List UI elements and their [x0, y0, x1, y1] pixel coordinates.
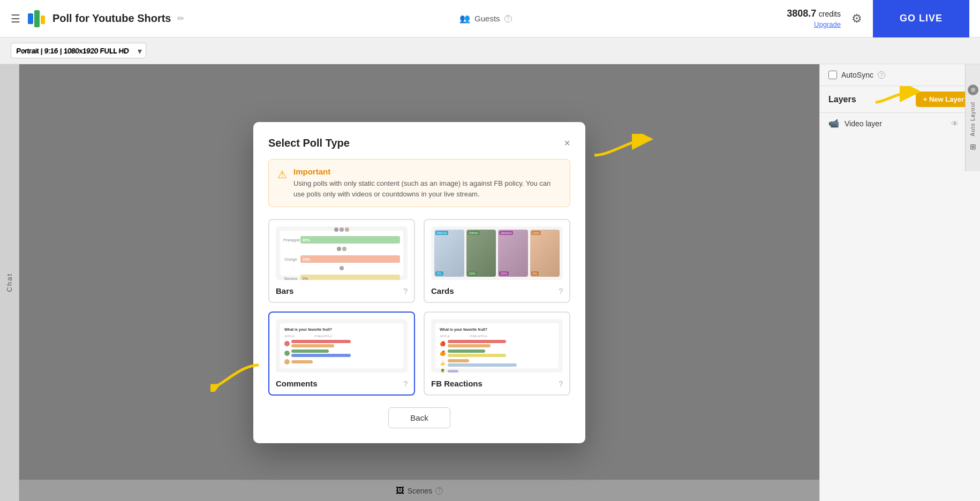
- autosync-row: AutoSync ?: [820, 64, 980, 86]
- header-left: ☰ Poll for Youtube Shorts ✏: [11, 9, 184, 28]
- layers-header: Layers + New Layer: [820, 86, 980, 112]
- settings-icon[interactable]: ⚙: [851, 12, 862, 26]
- guests-icon: 👥: [459, 13, 470, 24]
- warning-icon: ⚠: [277, 168, 287, 199]
- fb-reactions-preview: What is your favorite fruit? APPLE PINEA…: [431, 319, 563, 373]
- svg-rect-0: [28, 13, 33, 24]
- comments-footer: Comments ?: [276, 379, 408, 388]
- video-layer-row: 📹 Video layer 👁 ⋮: [820, 112, 980, 134]
- layer-visibility-icon[interactable]: 👁: [951, 119, 959, 128]
- svg-rect-2: [41, 16, 45, 24]
- autosync-checkbox[interactable]: [828, 71, 837, 79]
- app-title: Poll for Youtube Shorts: [52, 12, 171, 25]
- bars-preview: Apple 0% Pineapple 80%: [276, 226, 408, 280]
- credits-section: 3808.7 credits Upgrade: [787, 8, 841, 29]
- header-right: 3808.7 credits Upgrade ⚙ GO LIVE: [787, 0, 969, 37]
- credits-label: credits: [819, 10, 841, 18]
- resolution-wrapper: Portrait | 9:16 | 1080x1920 FULL HD Port…: [11, 43, 146, 58]
- comments-label: Comments: [276, 379, 318, 388]
- credits-amount: 3808.7: [787, 8, 816, 19]
- go-live-button[interactable]: GO LIVE: [873, 0, 969, 37]
- comments-question: What is your favorite fruit?: [284, 328, 399, 331]
- auto-layout-label: Auto Layout: [970, 102, 976, 136]
- select-poll-type-modal: Select Poll Type × ⚠ Important Using pol…: [253, 122, 585, 443]
- new-layer-button[interactable]: + New Layer: [916, 92, 971, 107]
- auto-layout-grid-icon[interactable]: ⊞: [970, 142, 976, 151]
- comments-help-icon[interactable]: ?: [403, 379, 408, 388]
- credits-display: 3808.7 credits: [787, 8, 841, 19]
- chat-panel[interactable]: Chat: [0, 64, 19, 501]
- upgrade-link[interactable]: Upgrade: [814, 20, 841, 28]
- video-layer-icon: 📹: [828, 118, 839, 128]
- important-title: Important: [293, 167, 561, 176]
- guests-help-icon[interactable]: ?: [504, 15, 512, 22]
- fb-reactions-help-icon[interactable]: ?: [559, 379, 563, 388]
- fb-reactions-footer: FB Reactions ?: [431, 379, 563, 388]
- new-layer-wrapper: + New Layer: [916, 92, 971, 107]
- header-center: 👥 Guests ?: [459, 13, 512, 24]
- important-notice: ⚠ Important Using polls with only static…: [268, 159, 570, 207]
- modal-overlay: Select Poll Type × ⚠ Important Using pol…: [19, 64, 819, 501]
- bars-footer: Bars ?: [276, 286, 408, 295]
- modal-footer: Back: [268, 407, 570, 428]
- poll-option-fb-reactions[interactable]: What is your favorite fruit? APPLE PINEA…: [424, 312, 570, 396]
- modal-close-button[interactable]: ×: [564, 137, 570, 149]
- canvas-area: Select Poll Type × ⚠ Important Using pol…: [19, 64, 819, 501]
- video-layer-label: Video layer: [845, 119, 946, 128]
- auto-layout-panel: ⊞ Auto Layout ⊞: [965, 64, 980, 171]
- chat-label: Chat: [5, 273, 13, 292]
- layers-title: Layers: [828, 95, 856, 104]
- autosync-label: AutoSync: [841, 71, 873, 79]
- modal-header: Select Poll Type ×: [268, 137, 570, 149]
- cards-label: Cards: [431, 286, 454, 295]
- poll-option-bars[interactable]: Apple 0% Pineapple 80%: [268, 219, 415, 303]
- back-button[interactable]: Back: [388, 407, 450, 428]
- autosync-help-icon[interactable]: ?: [878, 71, 885, 79]
- poll-option-cards[interactable]: Marcel 0% Adrian 10%: [424, 219, 570, 303]
- cards-preview: Marcel 0% Adrian 10%: [431, 226, 563, 280]
- fb-question: What is your favorite fruit?: [440, 328, 554, 331]
- hamburger-menu-icon[interactable]: ☰: [11, 12, 20, 25]
- bars-help-icon[interactable]: ?: [403, 287, 408, 295]
- cards-help-icon[interactable]: ?: [559, 287, 563, 295]
- modal-title: Select Poll Type: [268, 137, 350, 149]
- edit-title-icon[interactable]: ✏: [177, 13, 184, 24]
- important-content: Important Using polls with only static c…: [293, 167, 561, 199]
- toolbar: Portrait | 9:16 | 1080x1920 FULL HD Port…: [0, 37, 980, 64]
- guests-label: Guests: [474, 14, 500, 23]
- poll-options-grid: Apple 0% Pineapple 80%: [268, 219, 570, 396]
- bars-label: Bars: [276, 286, 293, 295]
- main-area: Chat: [0, 64, 980, 501]
- app-logo: [27, 9, 46, 28]
- important-text: Using polls with only static content (su…: [293, 178, 561, 199]
- cards-footer: Cards ?: [431, 286, 563, 295]
- right-panel: AutoSync ? Layers + New Layer 📹: [819, 64, 980, 501]
- app-header: ☰ Poll for Youtube Shorts ✏ 👥 Guests ? 3…: [0, 0, 980, 37]
- comments-preview: What is your favorite fruit? APPLE PINEA…: [276, 319, 408, 373]
- svg-rect-1: [34, 10, 40, 27]
- fb-reactions-label: FB Reactions: [431, 379, 483, 388]
- resolution-select[interactable]: Portrait | 9:16 | 1080x1920 FULL HD: [11, 43, 146, 58]
- poll-option-comments[interactable]: What is your favorite fruit? APPLE PINEA…: [268, 312, 415, 396]
- auto-layout-circle[interactable]: ⊞: [968, 85, 978, 95]
